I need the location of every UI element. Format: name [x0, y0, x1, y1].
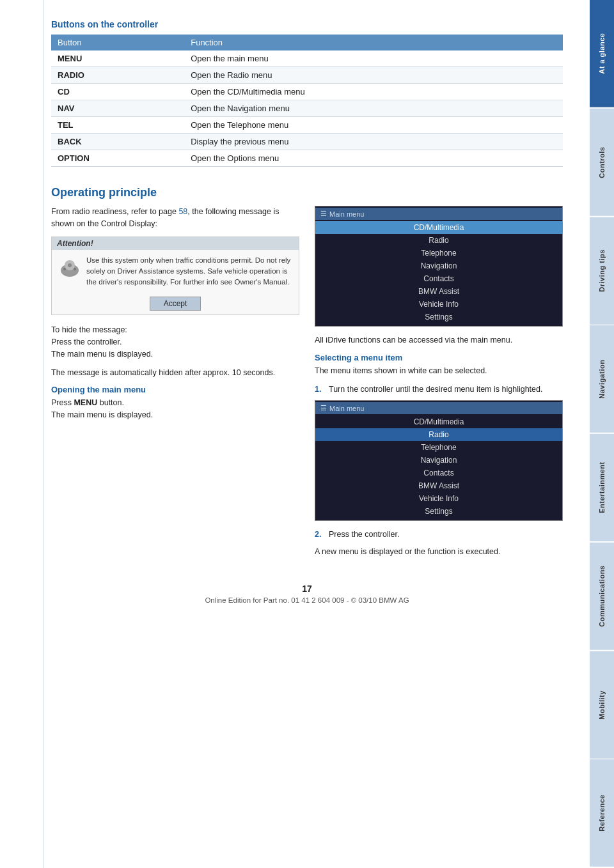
step-2-result: A new menu is displayed or the function …	[315, 546, 563, 558]
sidebar-tab-driving-tips[interactable]: Driving tips	[590, 217, 614, 325]
menu-item[interactable]: Navigation	[315, 454, 562, 467]
menu-title-2: Main menu	[329, 405, 364, 412]
menu-screenshot-2: ☰ Main menu CD/MultimediaRadioTelephoneN…	[315, 400, 563, 521]
btn-function-cell: Open the CD/Multimedia menu	[184, 84, 563, 100]
menu-titlebar-1: ☰ Main menu	[315, 208, 562, 220]
accept-btn-row: Accept	[52, 297, 299, 314]
table-row: RADIOOpen the Radio menu	[51, 67, 563, 84]
svg-point-2	[63, 268, 66, 270]
step-1: 1. Turn the controller until the desired…	[315, 384, 563, 396]
btn-function-cell: Open the Telephone menu	[184, 117, 563, 134]
attention-body: Use this system only when traffic condit…	[52, 250, 299, 293]
btn-function-cell: Open the Radio menu	[184, 67, 563, 84]
btn-name-cell: RADIO	[51, 67, 184, 84]
btn-name-cell: CD	[51, 84, 184, 100]
buttons-table: Button Function MENUOpen the main menuRA…	[51, 35, 563, 167]
menu-list-2: CD/MultimediaRadioTelephoneNavigationCon…	[315, 414, 562, 519]
right-column: ☰ Main menu CD/MultimediaRadioTelephoneN…	[315, 206, 563, 564]
table-row: OPTIONOpen the Options menu	[51, 150, 563, 167]
btn-name-cell: OPTION	[51, 150, 184, 167]
left-margin-line	[43, 0, 44, 868]
menu-title-1: Main menu	[329, 210, 364, 218]
opening-main-menu-heading: Opening the main menu	[51, 385, 299, 394]
table-row: NAVOpen the Navigation menu	[51, 100, 563, 117]
btn-function-cell: Open the Options menu	[184, 150, 563, 167]
table-row: BACKDisplay the previous menu	[51, 134, 563, 150]
attention-text-content: Use this system only when traffic condit…	[86, 255, 292, 288]
btn-function-cell: Open the Navigation menu	[184, 100, 563, 117]
hide-message-text: To hide the message: Press the controlle…	[51, 324, 299, 360]
auto-hide-text: The message is automatically hidden afte…	[51, 367, 299, 379]
menu-item[interactable]: BMW Assist	[315, 479, 562, 492]
menu-item[interactable]: CD/Multimedia	[315, 221, 562, 234]
left-column: From radio readiness, refer to page 58, …	[51, 206, 299, 564]
copyright-text: Online Edition for Part no. 01 41 2 604 …	[51, 596, 563, 604]
step-2-num: 2.	[315, 529, 325, 541]
btn-name-cell: MENU	[51, 50, 184, 67]
table-row: TELOpen the Telephone menu	[51, 117, 563, 134]
sidebar-tab-controls[interactable]: Controls	[590, 109, 614, 216]
sidebar-tab-navigation[interactable]: Navigation	[590, 325, 614, 433]
menu-item[interactable]: Telephone	[315, 247, 562, 260]
sidebar-tab-communications[interactable]: Communications	[590, 543, 614, 650]
svg-point-4	[68, 263, 72, 267]
menu-item[interactable]: Settings	[315, 505, 562, 518]
menu-icon-2: ☰	[320, 404, 327, 412]
menu-bold: MENU	[74, 398, 97, 407]
two-col-layout: From radio readiness, refer to page 58, …	[51, 206, 563, 564]
operating-section: Operating principle From radio readiness…	[51, 186, 563, 564]
menu-titlebar-2: ☰ Main menu	[315, 402, 562, 414]
menu-item[interactable]: Radio	[315, 428, 562, 441]
buttons-section: Buttons on the controller Button Functio…	[51, 19, 563, 167]
operating-title: Operating principle	[51, 186, 563, 199]
menu-icon-1: ☰	[320, 210, 327, 218]
menu-item[interactable]: Radio	[315, 234, 562, 247]
menu-item[interactable]: Vehicle Info	[315, 298, 562, 311]
selecting-heading: Selecting a menu item	[315, 353, 563, 362]
btn-name-cell: BACK	[51, 134, 184, 150]
menu-item[interactable]: Telephone	[315, 441, 562, 454]
page-ref-link[interactable]: 58	[178, 207, 187, 216]
selecting-text: The menu items shown in white can be sel…	[315, 365, 563, 377]
buttons-section-title: Buttons on the controller	[51, 19, 563, 29]
menu-item[interactable]: Vehicle Info	[315, 492, 562, 505]
menu-item[interactable]: Settings	[315, 311, 562, 323]
menu-list-1: CD/MultimediaRadioTelephoneNavigationCon…	[315, 220, 562, 325]
btn-function-cell: Open the main menu	[184, 50, 563, 67]
step-1-num: 1.	[315, 384, 325, 396]
attention-header: Attention!	[52, 237, 299, 250]
table-header-row: Button Function	[51, 35, 563, 50]
col-function-header: Function	[184, 35, 563, 50]
btn-name-cell: NAV	[51, 100, 184, 117]
sidebar-tab-entertainment[interactable]: Entertainment	[590, 434, 614, 541]
sidebar: At a glance Controls Driving tips Naviga…	[590, 0, 614, 868]
footer: 17 Online Edition for Part no. 01 41 2 6…	[51, 584, 563, 617]
table-row: MENUOpen the main menu	[51, 50, 563, 67]
btn-name-cell: TEL	[51, 117, 184, 134]
sidebar-tab-at-a-glance[interactable]: At a glance	[590, 0, 614, 107]
step-1-text: Turn the controller until the desired me…	[329, 384, 542, 396]
page-number: 17	[51, 584, 563, 594]
opening-main-menu-body: Press MENU button. The main menu is disp…	[51, 397, 299, 421]
menu-item[interactable]: Contacts	[315, 272, 562, 285]
attention-box: Attention! Use this system only when tra…	[51, 236, 299, 316]
step-2-text: Press the controller.	[329, 529, 399, 541]
sidebar-tab-mobility[interactable]: Mobility	[590, 651, 614, 759]
main-content: Buttons on the controller Button Functio…	[0, 0, 588, 636]
menu-screenshot-1: ☰ Main menu CD/MultimediaRadioTelephoneN…	[315, 206, 563, 327]
steps-list: 1. Turn the controller until the desired…	[315, 384, 563, 396]
btn-function-cell: Display the previous menu	[184, 134, 563, 150]
step-2: 2. Press the controller.	[315, 529, 563, 541]
accept-button[interactable]: Accept	[150, 297, 201, 311]
sidebar-tab-reference[interactable]: Reference	[590, 759, 614, 867]
col-button-header: Button	[51, 35, 184, 50]
table-row: CDOpen the CD/Multimedia menu	[51, 84, 563, 100]
intro-text: From radio readiness, refer to page 58, …	[51, 206, 299, 230]
menu-item[interactable]: Navigation	[315, 260, 562, 272]
svg-point-3	[74, 268, 76, 270]
menu-item[interactable]: Contacts	[315, 467, 562, 479]
steps-list-2: 2. Press the controller.	[315, 529, 563, 541]
menu-item[interactable]: BMW Assist	[315, 285, 562, 298]
menu-item[interactable]: CD/Multimedia	[315, 415, 562, 428]
access-text: All iDrive functions can be accessed via…	[315, 334, 563, 346]
